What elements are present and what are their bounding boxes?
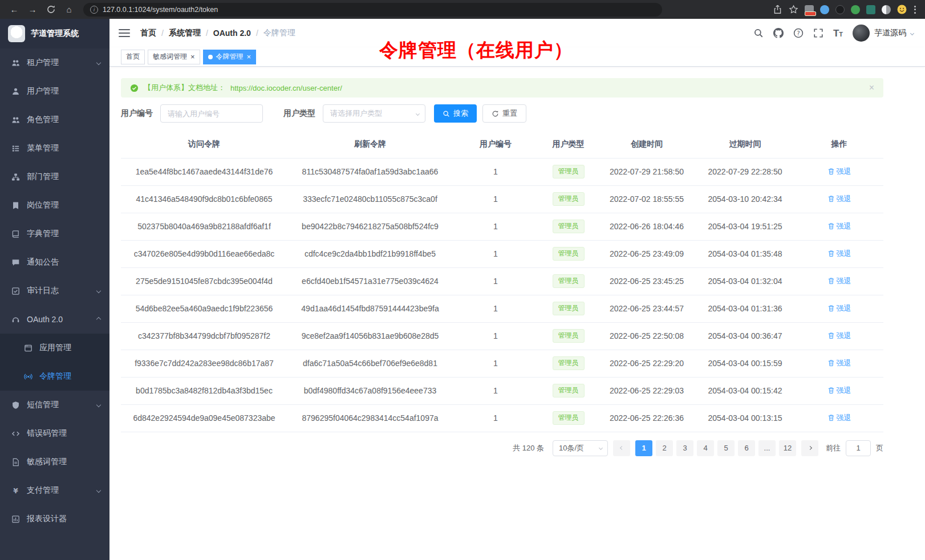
pager-ellipsis[interactable]: ...	[758, 440, 776, 456]
user-id-cell: 1	[453, 185, 538, 213]
pager-page-4[interactable]: 4	[697, 440, 714, 456]
browser-menu-icon[interactable]	[913, 5, 917, 15]
tab-home[interactable]: 首页	[121, 50, 145, 64]
force-logout-button[interactable]: 强退	[827, 221, 851, 232]
sidebar-item-oauth2-token[interactable]: 令牌管理	[0, 362, 109, 391]
user-type-select[interactable]: 请选择用户类型	[323, 104, 425, 123]
force-logout-button[interactable]: 强退	[827, 358, 851, 368]
tab-sensitive-word[interactable]: 敏感词管理 ×	[148, 50, 200, 64]
user-type-cell: 管理员	[538, 213, 598, 240]
table-row: b0d1785bc3a8482f812db4a3f3bd15ec b0df498…	[121, 377, 883, 404]
force-logout-button[interactable]: 强退	[827, 413, 851, 423]
sidebar-item-dict[interactable]: 字典管理	[0, 220, 109, 248]
pager-page-1[interactable]: 1	[635, 440, 652, 456]
forward-icon[interactable]: →	[24, 2, 41, 17]
bookmark-star-icon[interactable]	[789, 5, 798, 14]
goto-page-input[interactable]	[846, 440, 871, 456]
breadcrumb-item[interactable]: OAuth 2.0 /	[213, 29, 263, 38]
back-icon[interactable]: ←	[6, 2, 23, 17]
action-cell: 强退	[795, 185, 883, 213]
sidebar-item-role[interactable]: 角色管理	[0, 105, 109, 134]
search-icon[interactable]	[753, 28, 764, 38]
extension-icon-badged[interactable]	[805, 5, 814, 14]
reload-icon[interactable]	[42, 2, 59, 17]
pager-page-12[interactable]: 12	[779, 440, 796, 456]
header-actions: TT 芋道源码	[753, 25, 914, 42]
tab-close-icon[interactable]: ×	[190, 53, 195, 60]
pager-page-3[interactable]: 3	[676, 440, 693, 456]
pager-page-6[interactable]: 6	[738, 440, 755, 456]
sidebar-item-label: 令牌管理	[39, 371, 71, 382]
force-logout-button[interactable]: 强退	[827, 276, 851, 286]
force-logout-button[interactable]: 强退	[827, 249, 851, 259]
breadcrumb-item[interactable]: 令牌管理	[263, 28, 295, 38]
force-logout-button[interactable]: 强退	[827, 331, 851, 341]
force-logout-button[interactable]: 强退	[827, 167, 851, 177]
extension-icon-teal[interactable]	[866, 5, 875, 14]
pagination-prev-button[interactable]	[613, 440, 630, 456]
sidebar-item-error-code[interactable]: 错误码管理	[0, 419, 109, 448]
pagination-next-button[interactable]	[801, 440, 818, 456]
alert-close-icon[interactable]: ×	[869, 83, 874, 92]
extension-icon-blue[interactable]	[820, 5, 829, 14]
refresh-icon	[492, 110, 499, 117]
expire-time-cell: 2054-03-04 00:36:47	[695, 322, 795, 350]
expire-time-cell: 2022-07-29 22:28:50	[695, 158, 795, 185]
share-icon[interactable]	[773, 5, 782, 14]
trash-icon	[827, 168, 835, 175]
pager-page-2[interactable]: 2	[656, 440, 673, 456]
created-time-cell: 2022-07-02 18:55:55	[598, 185, 695, 213]
sidebar-item-pay[interactable]: 支付管理	[0, 476, 109, 505]
extension-icon-gray[interactable]	[882, 5, 891, 14]
search-button[interactable]: 搜索	[434, 104, 477, 123]
sidebar-item-tenant[interactable]: 租户管理	[0, 48, 109, 77]
sidebar-item-oauth2-app[interactable]: 应用管理	[0, 334, 109, 362]
menu-icon	[11, 486, 20, 495]
user-type-cell: 管理员	[538, 158, 598, 185]
home-icon[interactable]: ⌂	[60, 2, 78, 17]
page-size-select[interactable]: 10条/页	[553, 440, 608, 456]
github-icon[interactable]	[773, 28, 784, 38]
browser-profile-avatar[interactable]	[897, 5, 907, 14]
force-logout-button[interactable]: 强退	[827, 385, 851, 396]
sidebar-item-notice[interactable]: 通知公告	[0, 248, 109, 277]
chevron-icon	[96, 60, 101, 65]
sidebar-item-report[interactable]: 报表设计器	[0, 505, 109, 533]
sidebar-item-post[interactable]: 岗位管理	[0, 191, 109, 220]
sidebar-item-audit-log[interactable]: 审计日志	[0, 277, 109, 305]
sidebar-item-sms[interactable]: 短信管理	[0, 391, 109, 419]
font-size-icon[interactable]: TT	[833, 29, 843, 38]
app-logo-row[interactable]: 芋道管理系统	[0, 19, 109, 48]
fullscreen-icon[interactable]	[813, 28, 823, 38]
reset-button[interactable]: 重置	[482, 104, 526, 123]
help-icon[interactable]	[793, 28, 804, 38]
extension-icon-dark[interactable]	[835, 5, 845, 14]
user-menu[interactable]: 芋道源码	[853, 25, 914, 42]
sidebar-item-dept[interactable]: 部门管理	[0, 163, 109, 191]
user-id-input[interactable]	[160, 104, 263, 123]
sidebar-item-oauth2[interactable]: OAuth 2.0	[0, 305, 109, 334]
tab-token[interactable]: 令牌管理 ×	[203, 50, 257, 64]
menu-icon	[24, 372, 33, 381]
sidebar-item-sensitive[interactable]: 敏感词管理	[0, 448, 109, 476]
sidebar-item-menu[interactable]: 菜单管理	[0, 134, 109, 163]
expire-time-cell: 2054-03-04 00:13:15	[695, 404, 795, 432]
extension-icon-green[interactable]	[851, 5, 860, 14]
breadcrumb-item[interactable]: 首页 /	[140, 28, 169, 38]
force-logout-button[interactable]: 强退	[827, 194, 851, 204]
breadcrumb-item[interactable]: 系统管理 /	[169, 28, 213, 38]
table-row: 1ea5e44f8bc1467aaede43144f31de76 811c530…	[121, 158, 883, 185]
expire-time-cell: 2054-03-04 01:35:48	[695, 240, 795, 267]
site-info-icon[interactable]: i	[90, 6, 98, 14]
menu-icon	[11, 201, 20, 210]
url-bar[interactable]: i 127.0.0.1:1024/system/oauth2/token	[83, 3, 662, 17]
menu-icon	[11, 287, 20, 295]
user-type-badge: 管理员	[553, 274, 585, 288]
doc-link[interactable]: https://doc.iocoder.cn/user-center/	[230, 84, 342, 92]
force-logout-button[interactable]: 强退	[827, 303, 851, 314]
expire-time-cell: 2054-03-04 19:51:25	[695, 213, 795, 240]
sidebar-collapse-icon[interactable]	[119, 29, 130, 37]
sidebar-item-user[interactable]: 用户管理	[0, 77, 109, 105]
pager-page-5[interactable]: 5	[717, 440, 735, 456]
tab-close-icon[interactable]: ×	[247, 53, 251, 60]
